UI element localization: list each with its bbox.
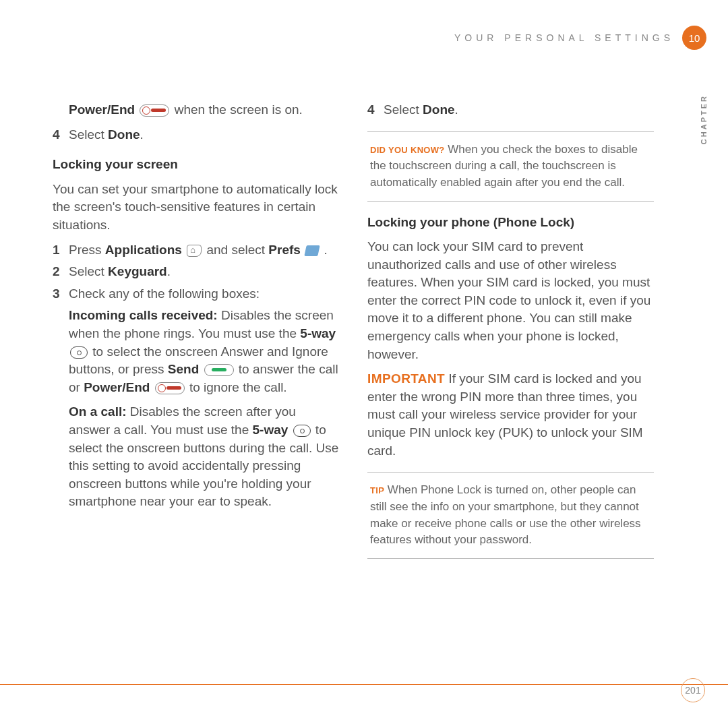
heading-phone-lock: Locking your phone (Phone Lock) bbox=[367, 214, 654, 232]
page-header: YOUR PERSONAL SETTINGS bbox=[454, 32, 674, 43]
on-a-call-block: On a call: Disables the screen after you… bbox=[69, 403, 339, 511]
prefs-icon bbox=[304, 245, 320, 256]
step-1: 1 Press Applications and select Prefs . bbox=[53, 241, 339, 260]
step-3: 3 Check any of the following boxes: bbox=[53, 285, 339, 303]
send-icon bbox=[204, 364, 234, 376]
right-step-4: 4 Select Done. bbox=[367, 101, 654, 119]
did-you-know-box: DID YOU KNOW? When you check the boxes t… bbox=[367, 131, 654, 202]
chapter-number-badge: 10 bbox=[682, 26, 706, 50]
chapter-side-label: CHAPTER bbox=[700, 94, 708, 144]
phone-lock-para: You can lock your SIM card to prevent un… bbox=[367, 238, 654, 363]
intro-line: Power/End when the screen is on. bbox=[69, 101, 339, 119]
applications-icon bbox=[187, 245, 202, 257]
power-end-icon bbox=[140, 104, 169, 117]
power-end-label: Power/End bbox=[69, 102, 135, 117]
important-block: IMPORTANT If your SIM card is locked and… bbox=[367, 370, 654, 460]
five-way-icon bbox=[70, 346, 88, 359]
footer-rule-orange bbox=[0, 684, 728, 685]
step-body: Select Done. bbox=[69, 126, 339, 144]
did-you-know-label: DID YOU KNOW? bbox=[370, 145, 445, 155]
tip-box: TIP When Phone Lock is turned on, other … bbox=[367, 472, 654, 559]
important-label: IMPORTANT bbox=[367, 371, 445, 386]
heading-locking-screen: Locking your screen bbox=[53, 156, 339, 174]
intro-rest: when the screen is on. bbox=[175, 102, 303, 117]
page-content: Power/End when the screen is on. 4 Selec… bbox=[53, 101, 654, 654]
page-number: 201 bbox=[681, 678, 705, 702]
left-step-4: 4 Select Done. bbox=[53, 126, 339, 144]
incoming-calls-block: Incoming calls received: Disables the sc… bbox=[69, 307, 339, 396]
power-end-icon bbox=[155, 382, 185, 394]
locking-screen-para: You can set your smartphone to automatic… bbox=[53, 181, 339, 235]
step-number: 4 bbox=[53, 126, 69, 144]
tip-label: TIP bbox=[370, 485, 384, 495]
step-2: 2 Select Keyguard. bbox=[53, 263, 339, 281]
five-way-icon bbox=[293, 425, 311, 437]
